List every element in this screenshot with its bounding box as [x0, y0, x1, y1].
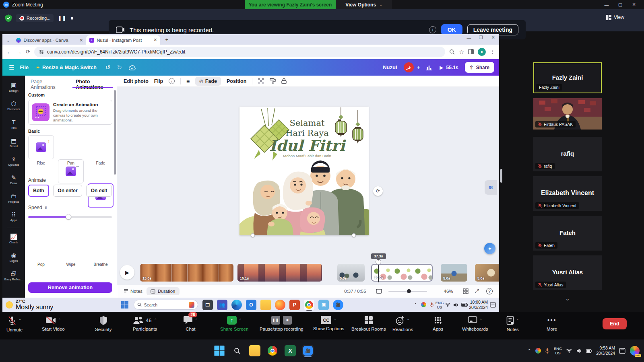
- sidebar-item-text[interactable]: TText: [2, 115, 25, 134]
- grid-view-icon[interactable]: [463, 288, 469, 294]
- timeline-clip-1[interactable]: 15.0s: [140, 264, 233, 282]
- view-options-button[interactable]: View Options ⌄: [336, 0, 392, 9]
- chrome-icon[interactable]: [267, 345, 278, 356]
- timeline-clip-4-selected[interactable]: 10.0s: [371, 264, 433, 282]
- breakout-rooms-button[interactable]: Breakout Rooms: [351, 316, 386, 331]
- zoom-app-icon[interactable]: 🎥: [333, 300, 343, 310]
- start-button[interactable]: [121, 301, 129, 309]
- sidebar-item-elements[interactable]: ⬡Elements: [2, 97, 25, 115]
- position-button[interactable]: Position: [227, 78, 246, 84]
- add-member-icon[interactable]: +: [417, 64, 421, 71]
- tray-chevron-icon[interactable]: ⌃: [414, 302, 417, 307]
- file-menu[interactable]: File: [20, 65, 29, 70]
- whiteboards-button[interactable]: ⌃ Whiteboards: [462, 316, 488, 331]
- sidebar-item-charts[interactable]: 📈Charts: [2, 230, 25, 248]
- notes-caret-icon[interactable]: ⌃: [516, 319, 519, 323]
- browser-menu-icon[interactable]: ⋮: [490, 49, 495, 55]
- minimize-button[interactable]: —: [600, 0, 613, 9]
- participants-caret-icon[interactable]: ⌃: [154, 318, 157, 322]
- browser-avatar[interactable]: ●: [478, 48, 486, 56]
- create-animation-card[interactable]: Create an Animation Drag elements around…: [28, 100, 112, 125]
- ok-button[interactable]: OK: [441, 24, 462, 35]
- magic-assistant-button[interactable]: ✦: [484, 243, 495, 254]
- powerpoint-icon[interactable]: P: [289, 300, 300, 310]
- notes-button[interactable]: Notes: [124, 289, 142, 294]
- animate-on-exit-button[interactable]: On exit: [86, 185, 112, 197]
- unmute-button[interactable]: ⌃ Unmute: [6, 316, 23, 332]
- sidebar-item-apps[interactable]: ⠿Apps: [2, 208, 25, 226]
- selection-handle-bottom-right[interactable]: [352, 233, 356, 237]
- apps-button[interactable]: Apps: [433, 316, 443, 331]
- zoom-page-icon[interactable]: [449, 49, 455, 55]
- language-indicator[interactable]: ENGUS: [554, 346, 562, 355]
- info-icon[interactable]: i: [169, 78, 175, 84]
- new-tab-icon[interactable]: +: [165, 37, 168, 43]
- file-explorer-icon[interactable]: [260, 300, 271, 310]
- photos-icon[interactable]: ▣: [318, 300, 329, 310]
- participant-tile-rafiq[interactable]: rafiq rafiq: [533, 137, 602, 171]
- zoom-slider[interactable]: [388, 291, 427, 292]
- sidebar-item-easy-reflection[interactable]: 🗗Easy Reflec...: [2, 267, 25, 285]
- animation-rise[interactable]: ↑: [28, 135, 54, 159]
- panel-resize-handle[interactable]: [500, 169, 502, 183]
- tab-page-animations[interactable]: Page Animations: [31, 79, 67, 90]
- end-button[interactable]: End: [603, 318, 627, 329]
- shared-language-indicator[interactable]: ENGUS: [436, 300, 444, 309]
- chat-caret-icon[interactable]: ⌃: [195, 318, 198, 322]
- participant-tile-firdaus[interactable]: Firdaus PASAK: [533, 98, 602, 130]
- speed-slider-knob[interactable]: [66, 214, 71, 220]
- search-button[interactable]: [231, 345, 243, 356]
- video-caret-icon[interactable]: ⌃: [58, 318, 61, 322]
- taskview-icon[interactable]: 🗖: [202, 300, 213, 310]
- shared-clock[interactable]: 10:00 AM20/3/2024: [469, 300, 488, 310]
- sidebar-item-uploads[interactable]: ⇪Uploads: [2, 152, 25, 171]
- hamburger-menu-icon[interactable]: ☰: [9, 64, 14, 71]
- participant-tile-elizabeth[interactable]: Elizabeth Vincent Elizabeth Vincent: [533, 176, 602, 211]
- browser-close-button[interactable]: ✕: [487, 34, 499, 42]
- redo-icon[interactable]: ↻: [117, 64, 122, 71]
- participant-tile-fazly[interactable]: Fazly Zaini Fazly Zaini: [533, 62, 602, 93]
- more-button[interactable]: ••• More: [547, 316, 557, 331]
- mic-in-use-icon[interactable]: [545, 348, 550, 354]
- maximize-button[interactable]: ▢: [613, 0, 627, 9]
- shared-notification-icon[interactable]: [490, 302, 496, 308]
- sidebar-item-draw[interactable]: ✎Draw: [2, 171, 25, 189]
- browser-restore-button[interactable]: ❐: [475, 34, 487, 42]
- speed-slider[interactable]: [28, 216, 112, 218]
- view-button[interactable]: View: [606, 14, 624, 20]
- sidebar-item-design[interactable]: ▣Design: [2, 78, 25, 97]
- whiteboards-caret-icon[interactable]: ⌃: [479, 318, 483, 322]
- start-button[interactable]: [214, 345, 225, 356]
- tray-chevron-icon[interactable]: ⌃: [527, 348, 531, 354]
- file-explorer-icon[interactable]: [249, 345, 260, 356]
- chat-button[interactable]: 26 ⌃ Chat: [183, 316, 198, 331]
- user-avatar[interactable]: فز: [404, 62, 414, 72]
- zoom-app-icon-active[interactable]: 🎥: [302, 345, 314, 356]
- chrome-icon-active[interactable]: [304, 300, 314, 310]
- leave-meeting-button[interactable]: Leave meeting: [467, 24, 518, 35]
- reactions-caret-icon[interactable]: ⌃: [407, 319, 410, 323]
- zoom-slider-knob[interactable]: [407, 289, 411, 293]
- share-screen-button[interactable]: ↑ ⌃ Share Screen: [220, 316, 248, 331]
- edit-photo-button[interactable]: Edit photo: [124, 78, 149, 84]
- search-box[interactable]: Search: [134, 300, 198, 310]
- sidebar-item-brand[interactable]: ⬒Brand: [2, 134, 25, 152]
- excel-icon[interactable]: X: [285, 345, 296, 356]
- undo-icon[interactable]: ↺: [105, 64, 111, 71]
- shared-volume-icon[interactable]: [453, 302, 459, 307]
- help-icon[interactable]: ?: [486, 288, 493, 294]
- reactions-button[interactable]: ⌃ Reactions: [392, 316, 413, 332]
- tab-close-icon[interactable]: ✕: [79, 38, 83, 43]
- reload-icon[interactable]: ⟳: [26, 49, 30, 55]
- stop-recording-icon[interactable]: ■: [283, 316, 292, 325]
- duration-button[interactable]: Duration: [147, 287, 179, 295]
- transparency-icon[interactable]: [258, 78, 264, 84]
- design-page[interactable]: Selamat Hari Raya Idul Fitri Mohon Maaf …: [239, 107, 369, 235]
- teams-icon[interactable]: 👥: [217, 300, 227, 310]
- firefox-icon[interactable]: [275, 300, 285, 310]
- timeline-clip-3[interactable]: 5.0s: [337, 264, 365, 282]
- side-flyout-tab[interactable]: ≋: [485, 180, 497, 195]
- address-bar[interactable]: canva.com/design/DAF_64NiTzk/2iut9WC7-Ph…: [34, 47, 446, 57]
- pause-recording-icon[interactable]: ❚❚: [58, 15, 66, 21]
- sidebar-item-logos[interactable]: ◉Logos: [2, 248, 25, 267]
